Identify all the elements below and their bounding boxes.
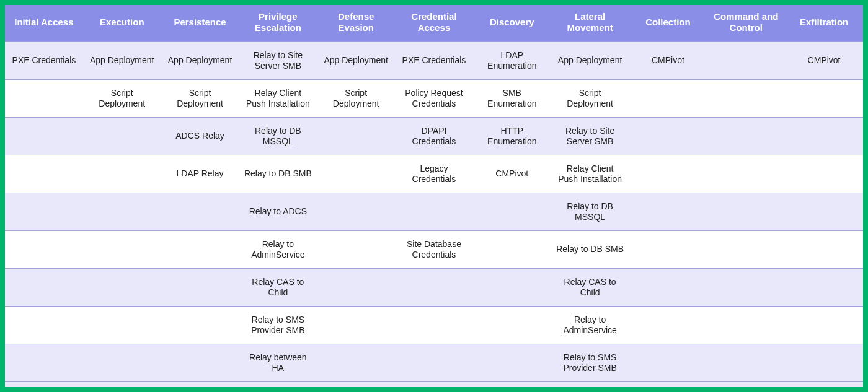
cell: PXE Credentials bbox=[5, 41, 83, 80]
col-header: Command and Control bbox=[707, 5, 785, 41]
cell bbox=[161, 193, 239, 231]
cell bbox=[83, 193, 161, 231]
cell: Relay Client Push Installation bbox=[551, 155, 629, 193]
cell bbox=[83, 118, 161, 155]
cell: Relay to Site Server SMB bbox=[239, 41, 317, 80]
cell bbox=[83, 269, 161, 307]
cell: App Deployment bbox=[317, 41, 395, 80]
cell bbox=[317, 193, 395, 231]
col-header: Exfiltration bbox=[785, 5, 863, 41]
cell: Relay to Site Server SMB bbox=[551, 118, 629, 155]
cell bbox=[5, 155, 83, 193]
cell: Relay between HA bbox=[239, 344, 317, 382]
cell bbox=[707, 231, 785, 269]
cell: LDAP Relay bbox=[161, 155, 239, 193]
cell bbox=[629, 118, 707, 155]
cell bbox=[785, 155, 863, 193]
cell bbox=[629, 344, 707, 382]
cell bbox=[707, 80, 785, 118]
cell bbox=[473, 269, 551, 307]
cell: SMB Enumeration bbox=[473, 80, 551, 118]
cell bbox=[473, 307, 551, 344]
table-row: PXE Credentials App Deployment App Deplo… bbox=[5, 41, 863, 80]
cell: App Deployment bbox=[161, 41, 239, 80]
cell bbox=[473, 231, 551, 269]
cell bbox=[5, 231, 83, 269]
table-row: ADCS Relay Relay to DB MSSQL DPAPI Crede… bbox=[5, 118, 863, 155]
cell: Relay to AdminService bbox=[239, 231, 317, 269]
cell bbox=[785, 344, 863, 382]
cell bbox=[5, 344, 83, 382]
cell bbox=[785, 231, 863, 269]
cell: Relay to DB MSSQL bbox=[551, 193, 629, 231]
cell: Site Database Credentials bbox=[395, 231, 473, 269]
cell bbox=[161, 344, 239, 382]
cell bbox=[707, 193, 785, 231]
cell bbox=[5, 307, 83, 344]
table-row: Relay to AdminService Site Database Cred… bbox=[5, 231, 863, 269]
cell: CMPivot bbox=[473, 155, 551, 193]
cell bbox=[83, 307, 161, 344]
cell: Relay Client Push Installation bbox=[239, 80, 317, 118]
cell: App Deployment bbox=[83, 41, 161, 80]
cell bbox=[317, 344, 395, 382]
cell: ADCS Relay bbox=[161, 118, 239, 155]
matrix-panel: Initial Access Execution Persistence Pri… bbox=[5, 5, 863, 387]
cell bbox=[395, 307, 473, 344]
cell: CMPivot bbox=[785, 41, 863, 80]
col-header: Credential Access bbox=[395, 5, 473, 41]
cell bbox=[707, 344, 785, 382]
cell bbox=[473, 344, 551, 382]
cell: Script Deployment bbox=[83, 80, 161, 118]
cell bbox=[629, 155, 707, 193]
cell bbox=[629, 193, 707, 231]
table-row: LDAP Relay Relay to DB SMB Legacy Creden… bbox=[5, 155, 863, 193]
cell bbox=[629, 80, 707, 118]
cell bbox=[707, 307, 785, 344]
cell: HTTP Enumeration bbox=[473, 118, 551, 155]
cell: Relay to DB MSSQL bbox=[239, 118, 317, 155]
cell: Relay to DB SMB bbox=[239, 155, 317, 193]
matrix-header: Initial Access Execution Persistence Pri… bbox=[5, 5, 863, 41]
attack-matrix-table: Initial Access Execution Persistence Pri… bbox=[5, 5, 863, 382]
cell bbox=[785, 307, 863, 344]
cell: Relay CAS to Child bbox=[239, 269, 317, 307]
col-header: Initial Access bbox=[5, 5, 83, 41]
cell: Legacy Credentials bbox=[395, 155, 473, 193]
cell: Policy Request Credentials bbox=[395, 80, 473, 118]
cell: Relay to SMS Provider SMB bbox=[551, 344, 629, 382]
table-row: Relay to ADCS Relay to DB MSSQL bbox=[5, 193, 863, 231]
col-header: Collection bbox=[629, 5, 707, 41]
cell: Relay to AdminService bbox=[551, 307, 629, 344]
cell: Script Deployment bbox=[161, 80, 239, 118]
col-header: Privilege Escalation bbox=[239, 5, 317, 41]
matrix-body: PXE Credentials App Deployment App Deplo… bbox=[5, 41, 863, 382]
cell bbox=[161, 269, 239, 307]
col-header: Defense Evasion bbox=[317, 5, 395, 41]
cell bbox=[707, 41, 785, 80]
col-header: Persistence bbox=[161, 5, 239, 41]
cell: Relay CAS to Child bbox=[551, 269, 629, 307]
cell bbox=[395, 344, 473, 382]
cell bbox=[707, 269, 785, 307]
cell: Relay to SMS Provider SMB bbox=[239, 307, 317, 344]
table-row: Relay to SMS Provider SMB Relay to Admin… bbox=[5, 307, 863, 344]
cell: App Deployment bbox=[551, 41, 629, 80]
cell: Script Deployment bbox=[551, 80, 629, 118]
cell bbox=[785, 193, 863, 231]
outer-frame: Initial Access Execution Persistence Pri… bbox=[0, 0, 868, 392]
cell bbox=[473, 193, 551, 231]
cell: Script Deployment bbox=[317, 80, 395, 118]
table-row: Relay CAS to Child Relay CAS to Child bbox=[5, 269, 863, 307]
cell bbox=[395, 193, 473, 231]
cell: Relay to ADCS bbox=[239, 193, 317, 231]
cell bbox=[317, 155, 395, 193]
cell: LDAP Enumeration bbox=[473, 41, 551, 80]
cell bbox=[785, 269, 863, 307]
cell: CMPivot bbox=[629, 41, 707, 80]
cell bbox=[83, 231, 161, 269]
cell: DPAPI Credentials bbox=[395, 118, 473, 155]
cell bbox=[317, 269, 395, 307]
cell bbox=[317, 307, 395, 344]
table-row: Script Deployment Script Deployment Rela… bbox=[5, 80, 863, 118]
